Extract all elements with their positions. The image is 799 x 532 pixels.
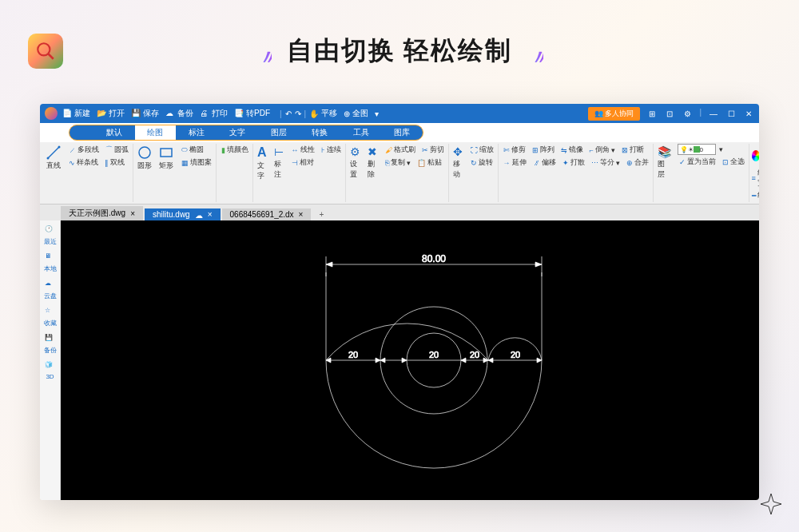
delete-tool[interactable]: ✖删除 [364,144,380,202]
save-button[interactable]: 💾保存 [131,108,159,119]
drawing-svg: 80.00 [61,220,759,500]
tab-layer[interactable]: 图层 [258,125,300,140]
opposite-tool[interactable]: ⊣相对 [290,157,316,169]
layer-dropdown-icon[interactable]: ▾ [719,145,723,153]
svg-marker-11 [535,262,542,267]
fill-color-tool[interactable]: ▮填颜色 [220,144,250,156]
svg-marker-21 [402,358,407,363]
set-current-tool[interactable]: ✓置为当前 [678,156,718,168]
text-tool[interactable]: A文字 [254,144,270,202]
offset-tool[interactable]: ⫽偏移 [531,157,558,169]
svg-marker-25 [537,358,542,363]
new-tab-button[interactable]: + [312,208,330,220]
svg-text:20: 20 [511,350,520,359]
linetype-label: 线型 [757,190,759,200]
backup-button[interactable]: ☁备份 [165,108,193,119]
file-tab-2[interactable]: 0668456691_2.dx× [222,208,312,220]
tab-convert[interactable]: 转换 [300,125,341,140]
ribbon: 直线 ⟋多段线 ⌒圆弧 ∿样条线 ‖双线 圆形 矩形 ⬭椭圆 ▦填图案 ▮填颜色… [40,142,759,204]
fill-pattern-tool[interactable]: ▦填图案 [180,157,213,169]
app-window: 📄新建 📂打开 💾保存 ☁备份 🖨打印 📑转PDF | ↶ ↷ | ✋平移 ⊕全… [40,104,759,500]
dropdown-icon[interactable]: ▾ [375,109,379,118]
ungroup-tool[interactable]: ⊠打断 [620,144,646,156]
maximize-icon[interactable]: ☐ [725,108,737,119]
linear-tool[interactable]: ↔线性 [290,144,316,156]
fullview-button[interactable]: ⊕全图 [344,108,368,119]
tab-tools[interactable]: 工具 [340,125,382,140]
color-wheel-icon[interactable] [752,150,759,161]
pan-button[interactable]: ✋平移 [309,108,337,119]
continuous-tool[interactable]: ⊦连续 [320,144,343,156]
close-tab-icon[interactable]: × [208,210,213,219]
merge-tool[interactable]: ⊕合并 [625,157,650,169]
divide-tool[interactable]: ⋯等分▾ [590,157,622,169]
ellipse-tool[interactable]: ⬭椭圆 [180,144,205,156]
break-tool[interactable]: ✦打散 [561,157,586,169]
extend-tool[interactable]: →延伸 [502,157,528,169]
settings-icon[interactable]: ⚙ [682,108,693,119]
array-tool[interactable]: ⊞阵列 [531,144,556,156]
recent-button[interactable]: 🕐最近 [44,225,57,246]
close-tab-icon[interactable]: × [130,209,135,218]
annotate-tool[interactable]: ⊢标注 [271,144,287,202]
close-icon[interactable]: ✕ [743,108,754,119]
file-tabs: 天正示例图.dwg× shilitu.dwg☁× 0668456691_2.dx… [40,204,759,220]
tab-default[interactable]: 默认 [93,125,135,140]
arc-tool[interactable]: ⌒圆弧 [104,144,130,156]
scale-tool[interactable]: ⛶缩放 [469,144,495,156]
settings-tool[interactable]: ⚙设置 [347,144,364,202]
cut-tool[interactable]: ✂剪切 [420,144,446,156]
layout1-icon[interactable]: ⊞ [646,108,658,119]
svg-text:20: 20 [429,350,439,359]
fillet-tool[interactable]: ⌐倒角▾ [588,144,617,156]
avatar[interactable] [45,107,58,120]
line-tool[interactable]: 直线 [43,144,64,202]
close-tab-icon[interactable]: × [299,210,304,219]
spline-tool[interactable]: ∿样条线 [67,157,100,169]
new-button[interactable]: 📄新建 [62,108,90,119]
layer-selector[interactable]: 💡☀0 [678,144,716,155]
file-tab-0[interactable]: 天正示例图.dwg× [61,206,143,220]
trim-tool[interactable]: ✄修剪 [502,144,527,156]
mirror-tool[interactable]: ⇋镜像 [559,144,585,156]
tab-library[interactable]: 图库 [382,125,423,140]
minimize-icon[interactable]: — [708,108,719,119]
layout2-icon[interactable]: ⊡ [664,108,675,119]
svg-marker-24 [488,358,493,363]
tab-text[interactable]: 文字 [217,125,259,140]
select-all-tool[interactable]: ⊡全选 [721,156,746,168]
lineweight-icon[interactable]: ≡ [752,174,756,182]
favorite-button[interactable]: ☆收藏 [44,307,57,328]
rect-tool[interactable]: 矩形 [156,144,177,202]
file-tab-1[interactable]: shilitu.dwg☁× [145,208,221,220]
print-button[interactable]: 🖨打印 [200,108,228,119]
open-button[interactable]: 📂打开 [97,108,125,119]
svg-point-3 [47,157,50,160]
layer-tool[interactable]: 📚图层 [654,144,674,202]
convert-pdf-button[interactable]: 📑转PDF [234,108,270,119]
paste-tool[interactable]: 📋粘贴 [415,157,443,169]
cloud-button[interactable]: ☁云盘 [44,280,57,300]
linetype-icon[interactable]: ━ [752,192,756,200]
local-button[interactable]: 🖥本地 [44,252,57,273]
move-tool[interactable]: ✥移动 [450,144,466,202]
circle-tool[interactable]: 圆形 [134,144,155,202]
collab-button[interactable]: 👥 多人协同 [588,107,641,121]
format-tool[interactable]: 🖌格式刷 [384,144,417,156]
undo-icon[interactable]: ↶ [285,109,292,118]
copy-tool[interactable]: ⎘复制▾ [384,157,412,169]
tab-draw[interactable]: 绘图 [135,125,177,140]
double-tool[interactable]: ‖双线 [103,157,126,169]
redo-icon[interactable]: ↷ [295,109,301,118]
canvas[interactable]: 80.00 [61,220,759,500]
svg-marker-20 [380,358,385,363]
svg-point-4 [58,146,61,149]
left-sidebar: 🕐最近 🖥本地 ☁云盘 ☆收藏 💾备份 🧊3D [40,220,61,500]
tab-annotate[interactable]: 标注 [176,125,217,140]
rotate-tool[interactable]: ↻旋转 [469,157,495,169]
backup-button[interactable]: 💾备份 [44,334,57,355]
3d-button[interactable]: 🧊3D [45,361,56,380]
polyline-tool[interactable]: ⟋多段线 [67,144,101,156]
quote-right-icon: 〃 [527,43,543,62]
svg-marker-22 [461,358,466,363]
